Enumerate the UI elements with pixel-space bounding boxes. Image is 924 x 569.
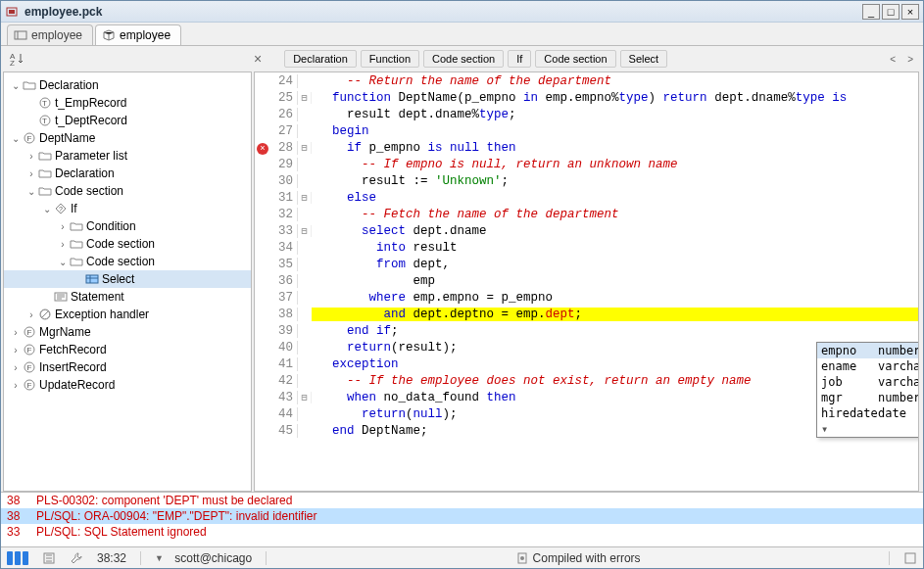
code-line[interactable]: 29 -- If empno is null, return an unknow… (255, 156, 918, 172)
fold-icon[interactable]: ⊟ (298, 225, 312, 237)
tree-node[interactable]: ⌄Code section (4, 253, 251, 270)
error-row[interactable]: 38PLS-00302: component 'DEPT' must be de… (1, 493, 923, 508)
compiler-errors-pane[interactable]: 38PLS-00302: component 'DEPT' must be de… (1, 492, 923, 546)
connection-dropdown[interactable]: ▼ scott@chicago (155, 551, 252, 565)
fold-icon[interactable]: ⊟ (298, 392, 312, 403)
tree-caret-icon[interactable]: › (25, 151, 37, 162)
fold-icon[interactable]: ⊟ (298, 192, 312, 204)
tree-node[interactable]: Select (4, 270, 251, 288)
tree-node[interactable]: ›FMgrName (4, 323, 251, 341)
breadcrumb-prev-icon[interactable]: < (886, 54, 900, 65)
tab-1[interactable]: employee (95, 24, 181, 45)
fold-icon[interactable]: ⊟ (298, 142, 312, 154)
code-line[interactable]: 33⊟ select dept.dname (255, 222, 918, 239)
code-text[interactable]: from dept, (312, 258, 918, 271)
code-line[interactable]: 34 into result (255, 239, 918, 256)
code-line[interactable]: 27 begin (255, 122, 918, 139)
autocomplete-item[interactable]: hiredatedate (817, 405, 919, 421)
tree-node[interactable]: ›FFetchRecord (4, 341, 251, 358)
code-text[interactable]: result := 'Unknown'; (312, 174, 918, 188)
autocomplete-popup[interactable]: empnonumber(4)enamevarchar2(10)jobvarcha… (816, 342, 919, 438)
autocomplete-more-icon[interactable]: ▾ (817, 421, 919, 437)
code-text[interactable]: and dept.deptno = emp.dept; (312, 308, 918, 321)
tab-0[interactable]: employee (7, 24, 93, 45)
tree-node[interactable]: ›Code section (4, 235, 251, 253)
close-tree-icon[interactable]: × (249, 51, 267, 67)
breadcrumb-item[interactable]: Function (361, 50, 419, 68)
breadcrumb-item[interactable]: Declaration (284, 50, 357, 68)
minimize-button[interactable]: _ (862, 4, 880, 20)
fold-icon[interactable]: ⊟ (298, 92, 312, 104)
breadcrumb-item[interactable]: Select (620, 50, 668, 68)
code-text[interactable]: into result (312, 241, 918, 255)
maximize-button[interactable]: □ (882, 4, 900, 20)
tree-caret-icon[interactable]: › (10, 345, 22, 356)
sort-button[interactable]: AZ (7, 48, 30, 70)
autocomplete-item[interactable]: empnonumber(4) (817, 343, 919, 358)
tree-node[interactable]: ›Parameter list (4, 147, 251, 165)
tree-node[interactable]: ›Exception handler (4, 306, 251, 323)
tree-caret-icon[interactable]: ⌄ (57, 257, 69, 267)
code-line[interactable]: ×28⊟ if p_empno is null then (255, 139, 918, 156)
tree-node[interactable]: ⌄Code section (4, 182, 251, 200)
code-line[interactable]: 26 result dept.dname%type; (255, 106, 918, 122)
code-line[interactable]: 31⊟ else (255, 189, 918, 206)
tree-node[interactable]: ›FUpdateRecord (4, 376, 251, 394)
tree-caret-icon[interactable]: › (25, 168, 37, 179)
code-text[interactable]: -- Fetch the name of the department (312, 208, 918, 221)
tree-caret-icon[interactable]: › (10, 380, 22, 391)
code-text[interactable]: function DeptName(p_empno in emp.empno%t… (312, 91, 918, 105)
breadcrumb-item[interactable]: Code section (423, 50, 504, 68)
code-line[interactable]: 30 result := 'Unknown'; (255, 172, 918, 189)
tree-caret-icon[interactable]: ⌄ (10, 133, 22, 144)
breadcrumb-item[interactable]: Code section (535, 50, 615, 68)
tree-caret-icon[interactable]: › (10, 327, 22, 338)
autocomplete-item[interactable]: jobvarchar2(9) (817, 374, 919, 390)
tree-caret-icon[interactable]: ⌄ (25, 186, 37, 197)
code-line[interactable]: 38 and dept.deptno = emp.dept; (255, 306, 918, 322)
tree-caret-icon[interactable]: › (10, 362, 22, 373)
tree-node[interactable]: Tt_DeptRecord (4, 112, 251, 129)
code-line[interactable]: 37 where emp.empno = p_empno (255, 289, 918, 306)
code-text[interactable]: where emp.empno = p_empno (312, 291, 918, 305)
code-text[interactable]: select dept.dname (312, 224, 918, 238)
code-text[interactable]: end if; (312, 324, 918, 338)
code-line[interactable]: 32 -- Fetch the name of the department (255, 206, 918, 222)
code-text[interactable]: else (312, 191, 918, 205)
tree-node[interactable]: ›Declaration (4, 165, 251, 182)
error-row[interactable]: 33PL/SQL: SQL Statement ignored (1, 524, 923, 540)
code-text[interactable]: -- Return the name of the department (312, 74, 918, 88)
tree-caret-icon[interactable]: › (57, 239, 69, 250)
tree-caret-icon[interactable]: › (57, 221, 69, 232)
status-wrench-icon[interactable] (70, 551, 83, 565)
code-text[interactable]: begin (312, 124, 918, 138)
code-line[interactable]: 39 end if; (255, 322, 918, 339)
tree-node[interactable]: ›FInsertRecord (4, 358, 251, 376)
breadcrumb-next-icon[interactable]: > (903, 54, 917, 65)
tree-node[interactable]: Statement (4, 288, 251, 306)
code-line[interactable]: 36 emp (255, 272, 918, 289)
status-end-icon[interactable] (903, 551, 917, 565)
code-text[interactable]: result dept.dname%type; (312, 108, 918, 121)
code-text[interactable]: emp (312, 274, 918, 288)
tree-node[interactable]: Tt_EmpRecord (4, 94, 251, 112)
code-text[interactable]: -- If empno is null, return an unknown n… (312, 158, 918, 171)
tree-scroll[interactable]: ⌄DeclarationTt_EmpRecordTt_DeptRecord⌄FD… (4, 72, 251, 491)
autocomplete-item[interactable]: mgrnumber(4) (817, 390, 919, 405)
tree-node[interactable]: ›Condition (4, 217, 251, 235)
error-row[interactable]: 38PL/SQL: ORA-00904: "EMP"."DEPT": inval… (1, 508, 923, 524)
tree-caret-icon[interactable]: ⌄ (41, 204, 53, 214)
tree-node[interactable]: ⌄?If (4, 200, 251, 217)
tree-caret-icon[interactable]: ⌄ (10, 80, 22, 91)
code-line[interactable]: 24 -- Return the name of the department (255, 72, 918, 89)
tree-caret-icon[interactable]: › (25, 309, 37, 320)
code-text[interactable]: if p_empno is null then (312, 141, 918, 155)
status-icon-1[interactable] (42, 551, 56, 565)
close-button[interactable]: × (901, 4, 919, 20)
tree-node[interactable]: ⌄FDeptName (4, 129, 251, 147)
code-line[interactable]: 35 from dept, (255, 256, 918, 272)
breadcrumb-item[interactable]: If (508, 50, 531, 68)
tree-node[interactable]: ⌄Declaration (4, 76, 251, 94)
autocomplete-item[interactable]: enamevarchar2(10) (817, 358, 919, 374)
error-marker-icon[interactable]: × (257, 143, 268, 155)
